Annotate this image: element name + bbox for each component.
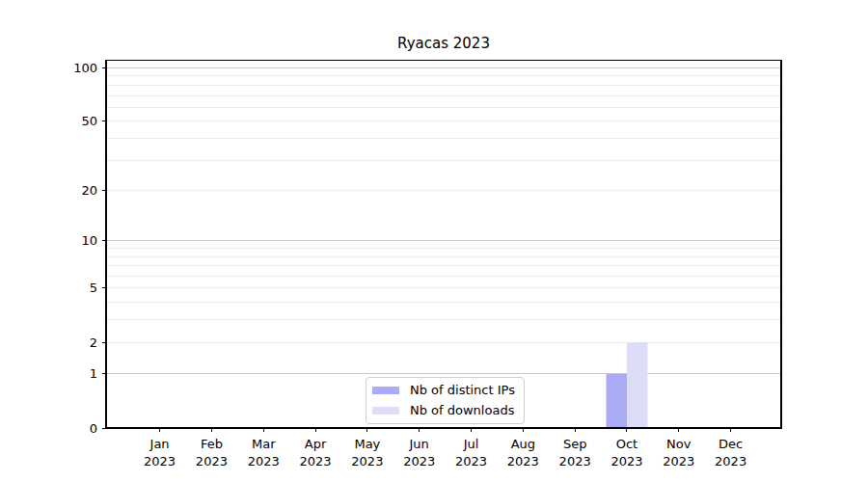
legend-label-downloads: Nb of downloads	[410, 402, 514, 419]
x-tick-label: Jan2023	[144, 437, 176, 469]
chart-title: Ryacas 2023	[106, 35, 781, 52]
y-tick-label: 2	[90, 335, 97, 350]
y-tick-label: 50	[81, 114, 97, 128]
plot-border	[106, 61, 781, 429]
y-tick-label: 1	[90, 366, 97, 381]
x-tick-label: Sep2023	[559, 437, 591, 469]
bar-oct-distinct-ips	[606, 374, 627, 428]
x-tick-label: Apr2023	[300, 437, 332, 469]
x-tick-label: Aug2023	[507, 437, 539, 469]
x-tick-label: Feb2023	[196, 437, 228, 469]
x-tick-label: Mar2023	[248, 437, 280, 469]
y-tick-label: 0	[90, 421, 97, 436]
legend-label-distinct-ips: Nb of distinct IPs	[410, 382, 515, 399]
legend: Nb of distinct IPs Nb of downloads	[366, 377, 525, 424]
x-tick-label: Dec2023	[715, 437, 746, 469]
legend-swatch-downloads	[372, 407, 399, 415]
legend-item-downloads: Nb of downloads	[372, 402, 515, 419]
bar-oct-downloads	[627, 342, 648, 428]
legend-swatch-distinct-ips	[372, 387, 399, 394]
figure: Ryacas 2023 0125102050100Jan2023Feb2023M…	[0, 0, 868, 482]
y-tick-label: 100	[73, 61, 97, 75]
x-tick-label: Nov2023	[663, 437, 694, 469]
x-tick-label: May2023	[351, 437, 383, 469]
x-tick-label: Jun2023	[403, 437, 435, 469]
y-tick-label: 5	[90, 281, 97, 295]
y-tick-label: 20	[81, 183, 97, 198]
legend-item-distinct-ips: Nb of distinct IPs	[372, 382, 515, 399]
y-tick-label: 10	[81, 233, 97, 248]
x-tick-label: Jul2023	[455, 437, 487, 469]
x-tick-label: Oct2023	[610, 437, 642, 469]
